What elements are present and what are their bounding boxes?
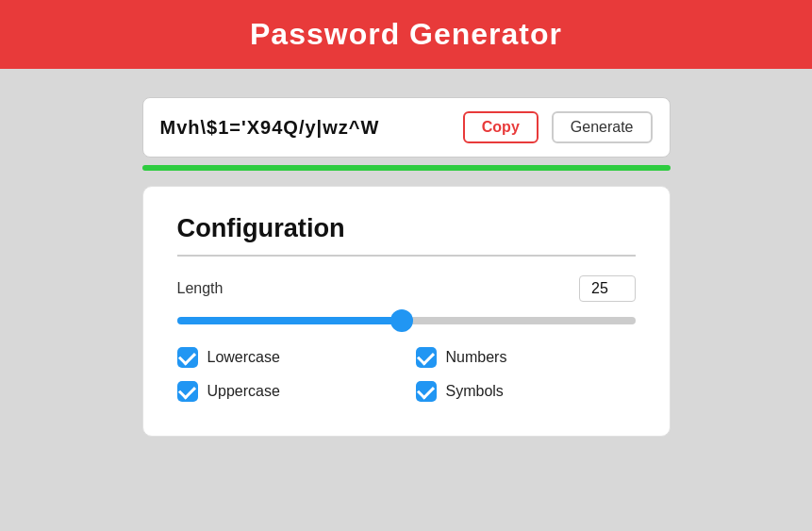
checkbox-item-symbols: Symbols: [416, 381, 636, 402]
length-row: Length: [177, 275, 636, 302]
checkbox-lowercase[interactable]: [177, 347, 198, 368]
label-lowercase: Lowercase: [207, 349, 280, 366]
checkbox-item-numbers: Numbers: [416, 347, 636, 368]
strength-bar-container: [142, 165, 671, 171]
strength-bar: [142, 165, 671, 171]
checkbox-item-uppercase: Uppercase: [177, 381, 397, 402]
checkboxes-grid: Lowercase Numbers Uppercase Symbols: [177, 347, 636, 402]
config-divider: [177, 255, 636, 257]
app-title: Password Generator: [0, 17, 812, 52]
password-display-box: Mvh\$1='X94Q/y|wz^W Copy Generate: [142, 97, 671, 158]
config-title: Configuration: [177, 213, 636, 243]
config-card: Configuration Length Lowercase Numbers U…: [142, 186, 671, 437]
app-header: Password Generator: [0, 0, 812, 69]
main-content: Mvh\$1='X94Q/y|wz^W Copy Generate Config…: [0, 69, 812, 465]
copy-button[interactable]: Copy: [463, 111, 539, 143]
length-label: Length: [177, 280, 224, 297]
generate-button[interactable]: Generate: [552, 111, 653, 143]
label-numbers: Numbers: [446, 349, 507, 366]
label-symbols: Symbols: [446, 383, 504, 400]
checkbox-item-lowercase: Lowercase: [177, 347, 397, 368]
length-slider[interactable]: [177, 317, 636, 324]
slider-container: [177, 311, 636, 328]
checkbox-symbols[interactable]: [416, 381, 437, 402]
length-value-input[interactable]: [579, 275, 636, 302]
label-uppercase: Uppercase: [207, 383, 280, 400]
password-text: Mvh\$1='X94Q/y|wz^W: [160, 117, 450, 139]
checkbox-uppercase[interactable]: [177, 381, 198, 402]
checkbox-numbers[interactable]: [416, 347, 437, 368]
